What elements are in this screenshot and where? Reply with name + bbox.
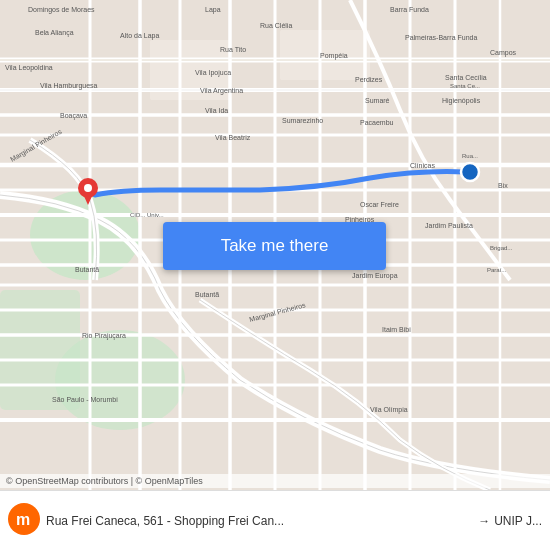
take-me-there-button[interactable]: Take me there [163,222,386,270]
footer-origin-label: Rua Frei Caneca, 561 - Shopping Frei Can… [46,514,474,528]
svg-text:Clínicas: Clínicas [410,162,435,169]
moovit-logo: m [8,503,40,539]
svg-text:Rua...: Rua... [462,153,478,159]
map-container: Domingos de Moraes Lapa Barra Funda Bela… [0,0,550,490]
svg-text:Perdizes: Perdizes [355,76,383,83]
svg-text:Vila Leopoldina: Vila Leopoldina [5,64,53,72]
svg-text:Bix: Bix [498,182,508,189]
svg-text:Butantã: Butantã [75,266,99,273]
svg-text:Santa Ce...: Santa Ce... [450,83,480,89]
svg-text:Vila Olímpia: Vila Olímpia [370,406,408,414]
svg-text:Bela Aliança: Bela Aliança [35,29,74,37]
svg-text:Vila Argentina: Vila Argentina [200,87,243,95]
footer-bar: m Rua Frei Caneca, 561 - Shopping Frei C… [0,490,550,550]
svg-text:Sumaré: Sumaré [365,97,390,104]
svg-text:Brigad...: Brigad... [490,245,513,251]
svg-rect-3 [0,290,80,410]
svg-text:Sumarezinho: Sumarezinho [282,117,323,124]
svg-text:CID... Univ...: CID... Univ... [130,212,164,218]
svg-point-80 [461,163,479,181]
svg-text:Santa Cecília: Santa Cecília [445,74,487,81]
map-attribution: © OpenStreetMap contributors | © OpenMap… [0,474,550,488]
footer-separator: → [478,514,490,528]
svg-text:Alto da Lapa: Alto da Lapa [120,32,159,40]
svg-text:Jardim Paulista: Jardim Paulista [425,222,473,229]
svg-text:Jardim Europa: Jardim Europa [352,272,398,280]
svg-text:Butantã: Butantã [195,291,219,298]
svg-text:Campos: Campos [490,49,517,57]
svg-text:Vila Ipojuca: Vila Ipojuca [195,69,231,77]
svg-text:Oscar Freire: Oscar Freire [360,201,399,208]
footer-destination-label: UNIP J... [494,514,542,528]
svg-text:Rua Tito: Rua Tito [220,46,246,53]
svg-text:Domingos de Moraes: Domingos de Moraes [28,6,95,14]
svg-text:Barra Funda: Barra Funda [390,6,429,13]
svg-text:Higienópolis: Higienópolis [442,97,481,105]
svg-text:São Paulo - Morumbi: São Paulo - Morumbi [52,396,118,403]
svg-text:Pompéia: Pompéia [320,52,348,60]
svg-text:Palmeiras-Barra Funda: Palmeiras-Barra Funda [405,34,477,41]
svg-text:Paraí...: Paraí... [487,267,507,273]
svg-point-79 [84,184,92,192]
svg-text:Vila Ida: Vila Ida [205,107,228,114]
svg-text:Vila Hamburguesa: Vila Hamburguesa [40,82,98,90]
svg-text:m: m [16,511,30,528]
footer-route-info: Rua Frei Caneca, 561 - Shopping Frei Can… [46,514,542,528]
svg-text:Vila Beatriz: Vila Beatriz [215,134,251,141]
svg-text:Lapa: Lapa [205,6,221,14]
svg-text:Boaçava: Boaçava [60,112,87,120]
svg-text:Rio Pirajuçara: Rio Pirajuçara [82,332,126,340]
svg-text:Rua Clélia: Rua Clélia [260,22,292,29]
svg-text:Pacaembu: Pacaembu [360,119,394,126]
svg-text:Itaim Bibi: Itaim Bibi [382,326,411,333]
